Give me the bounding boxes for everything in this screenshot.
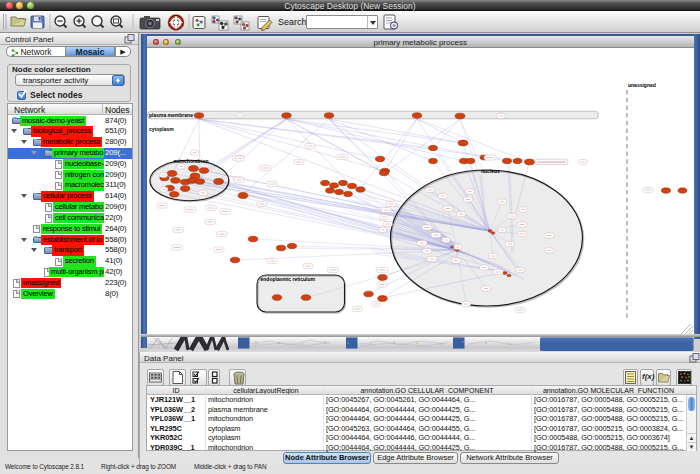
svg-text:endoplasmic reticulum: endoplasmic reticulum <box>261 276 316 282</box>
svg-text:cytoplasm: cytoplasm <box>149 126 174 132</box>
svg-text:nucleus: nucleus <box>481 168 500 174</box>
svg-text:plasma membrane: plasma membrane <box>149 112 193 118</box>
svg-text:unassigned: unassigned <box>628 82 656 88</box>
svg-text:mitochondrion: mitochondrion <box>174 158 209 164</box>
